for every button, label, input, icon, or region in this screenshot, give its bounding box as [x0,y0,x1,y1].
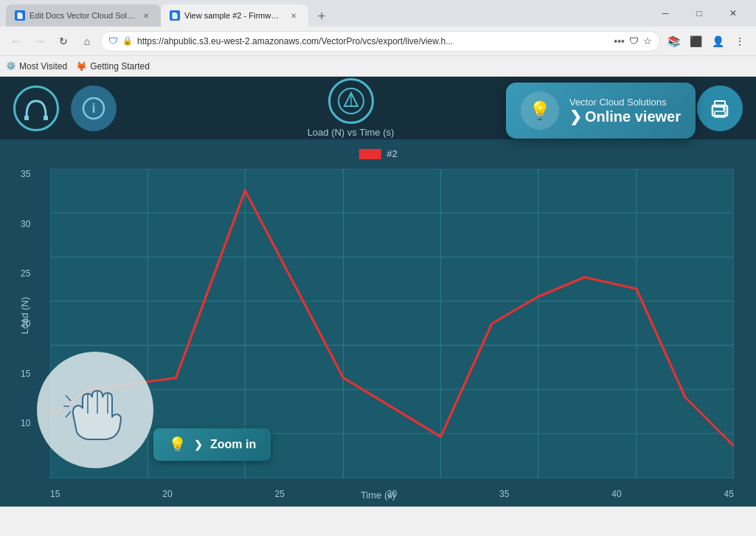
arch-icon-button[interactable] [13,86,59,131]
tooltip-brand: Vector Cloud Solutions [569,97,681,108]
app-content: i Load (N) vs Time (s) [0,77,756,507]
print-svg-icon [707,95,733,122]
y-tick-20: 20 [21,319,30,329]
most-visited-label: Most Visited [19,61,67,72]
minimize-button[interactable]: ─ [648,0,682,27]
svg-line-47 [66,411,71,417]
svg-rect-25 [50,169,734,478]
save-page-icon[interactable]: 🛡 [629,35,639,46]
firefox-icon: 🦊 [76,61,87,72]
window-controls: ─ □ ✕ [648,0,750,27]
zoom-bulb-icon: 💡 [168,436,187,453]
tab-active[interactable]: 📄 View sample #2 - Firmware Comp... ✕ [161,4,308,27]
lock-icon: 🔒 [122,36,133,46]
x-tick-30: 30 [387,489,397,499]
chart-legend: #2 [358,148,397,159]
arch-svg-icon [23,95,49,122]
x-tick-15: 15 [50,489,60,499]
tab-label-inactive: Edit Docs Vector Cloud Solutio... [30,11,136,20]
most-visited-icon: ⚙️ [6,61,16,71]
tab-close-active[interactable]: ✕ [288,10,299,21]
svg-rect-0 [24,116,29,120]
y-ticks: 35 30 25 20 15 10 0 [21,169,30,478]
maximize-button[interactable]: □ [682,0,716,27]
nav-bar: ← → ↻ ⌂ 🛡 🔒 https://ahpublic.s3.eu-west-… [0,27,756,56]
browser-frame: 📄 Edit Docs Vector Cloud Solutio... ✕ 📄 … [0,0,756,77]
tooltip-text-block: Vector Cloud Solutions ❯Online viewer [569,97,681,125]
bookmark-getting-started[interactable]: 🦊 Getting Started [76,61,150,72]
hand-cursor-overlay [37,352,153,468]
x-tick-45: 45 [724,489,734,499]
tab-manager-button[interactable]: ⬛ [685,31,706,52]
history-button[interactable]: 📚 [663,31,684,52]
hand-svg-icon [62,373,128,447]
shield-icon: 🛡 [108,35,118,46]
zoom-popup[interactable]: 💡 ❯ Zoom in [153,428,271,461]
y-tick-25: 25 [21,268,30,279]
browser-menu-area: 📚 ⬛ 👤 ⋮ [663,31,750,52]
tab-icon-active: 📄 [170,10,180,21]
tooltip-chevron-icon: ❯ [569,108,582,125]
x-tick-40: 40 [611,489,621,499]
x-ticks: 15 20 25 30 35 40 45 [50,489,734,499]
status-bar [0,507,756,523]
tooltip-product-text: Online viewer [585,108,681,125]
svg-line-45 [66,395,71,401]
x-tick-25: 25 [275,489,285,499]
legend-color-swatch [358,149,381,159]
forward-button[interactable]: → [30,31,50,52]
zoom-chevron-icon: ❯ [194,439,203,450]
vectorpro-logo [337,87,365,115]
tooltip-product: ❯Online viewer [569,108,681,125]
tooltip-popup: 💡 Vector Cloud Solutions ❯Online viewer [506,83,696,139]
tab-close-inactive[interactable]: ✕ [140,10,152,21]
tab-icon-inactive: 📄 [15,10,25,21]
print-icon-button[interactable] [697,86,743,131]
chart-container: 35 30 25 20 15 10 0 15 20 25 30 35 40 45 [50,169,734,478]
extensions-button[interactable]: ⋮ [729,31,750,52]
refresh-button[interactable]: ↻ [53,31,74,52]
zoom-label: Zoom in [210,438,256,451]
chart-title: Load (N) vs Time (s) [308,127,395,138]
close-button[interactable]: ✕ [716,0,750,27]
address-bar[interactable]: 🛡 🔒 https://ahpublic.s3.eu-west-2.amazon… [100,31,660,52]
address-text: https://ahpublic.s3.eu-west-2.amazonaws.… [137,36,609,46]
y-tick-35: 35 [21,169,30,179]
y-tick-30: 30 [21,219,30,229]
x-tick-20: 20 [162,489,172,499]
new-tab-button[interactable]: + [311,6,332,27]
info-svg-icon: i [81,96,106,121]
x-tick-35: 35 [499,489,509,499]
back-button[interactable]: ← [6,31,27,52]
bookmark-most-visited[interactable]: ⚙️ Most Visited [6,61,67,72]
tab-label-active: View sample #2 - Firmware Comp... [184,11,283,20]
address-more-button[interactable]: ••• [614,35,625,47]
svg-point-24 [723,108,726,111]
svg-rect-1 [44,116,48,120]
info-icon-button[interactable]: i [71,86,117,131]
logo-button[interactable] [328,78,374,124]
bookmarks-bar: ⚙️ Most Visited 🦊 Getting Started [0,56,756,77]
svg-text:i: i [91,101,95,116]
tab-bar: 📄 Edit Docs Vector Cloud Solutio... ✕ 📄 … [0,0,756,27]
tooltip-bulb-circle: 💡 [521,91,559,130]
chart-svg [50,169,734,478]
home-button[interactable]: ⌂ [77,31,97,52]
y-tick-10: 10 [21,418,30,428]
profile-button[interactable]: 👤 [707,31,728,52]
getting-started-label: Getting Started [90,61,150,72]
y-tick-15: 15 [21,369,30,379]
bookmark-icon[interactable]: ☆ [643,35,652,46]
tab-inactive[interactable]: 📄 Edit Docs Vector Cloud Solutio... ✕ [6,4,161,27]
legend-label: #2 [386,148,397,159]
